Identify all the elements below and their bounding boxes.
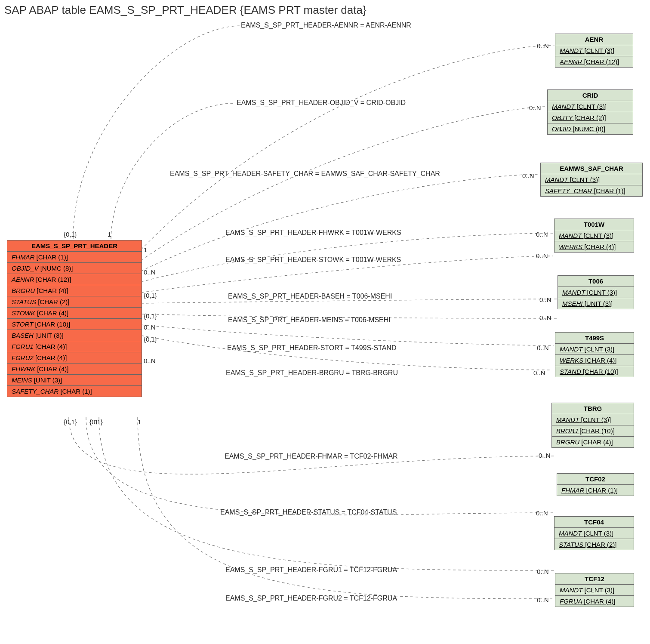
cardinality: {0,1} (64, 418, 77, 425)
relation-label: EAMS_S_SP_PRT_HEADER-SAFETY_CHAR = EAMWS… (170, 170, 440, 178)
cardinality: 0..N (537, 596, 549, 604)
table-field: STOWK [CHAR (4)] (7, 308, 142, 319)
relation-label: EAMS_S_SP_PRT_HEADER-FHMAR = TCF02-FHMAR (225, 453, 398, 460)
table-field: MEINS [UNIT (3)] (7, 375, 142, 386)
table-field: MANDT [CLNT (3)] (555, 528, 634, 539)
relation-label: EAMS_S_SP_PRT_HEADER-MEINS = T006-MSEHI (228, 316, 391, 324)
table-field: AENNR [CHAR (12)] (7, 274, 142, 285)
page-title: SAP ABAP table EAMS_S_SP_PRT_HEADER {EAM… (4, 3, 367, 17)
cardinality: 0..N (537, 344, 549, 351)
relation-label: EAMS_S_SP_PRT_HEADER-BASEH = T006-MSEHI (228, 293, 392, 300)
ref-table-header: T001W (555, 219, 634, 230)
ref-table-header: CRID (548, 90, 633, 101)
table-field: MANDT [CLNT (3)] (552, 414, 634, 425)
cardinality: {0,1} (144, 292, 157, 299)
main-table: EAMS_S_SP_PRT_HEADER FHMAR [CHAR (1)] OB… (7, 240, 142, 397)
table-field: OBJID [NUMC (8)] (548, 123, 633, 134)
cardinality: 0..N (539, 452, 551, 459)
cardinality: 0..N (144, 357, 156, 364)
ref-table-tbrg: TBRG MANDT [CLNT (3)] BROBJ [CHAR (10)] … (551, 403, 634, 448)
table-field: STATUS [CHAR (2)] (7, 296, 142, 308)
table-field: BRGRU [CHAR (4)] (552, 437, 634, 447)
cardinality: 0..N (536, 231, 548, 238)
relation-label: EAMS_S_SP_PRT_HEADER-AENNR = AENR-AENNR (241, 22, 411, 29)
cardinality: 0..N (144, 268, 156, 276)
table-field: FHMAR [CHAR (1)] (7, 252, 142, 263)
table-field: FGRUA [CHAR (4)] (555, 596, 634, 607)
table-field: WERKS [CHAR (4)] (555, 241, 634, 252)
ref-table-eamws-saf-char: EAMWS_SAF_CHAR MANDT [CLNT (3)] SAFETY_C… (540, 163, 643, 197)
table-field: BRGRU [CHAR (4)] (7, 285, 142, 296)
table-field: STAND [CHAR (10)] (555, 366, 634, 377)
relation-label: EAMS_S_SP_PRT_HEADER-STORT = T499S-STAND (227, 344, 396, 352)
cardinality: 0..N (144, 324, 156, 331)
relation-label: EAMS_S_SP_PRT_HEADER-STOWK = T001W-WERKS (225, 256, 401, 264)
ref-table-tcf12: TCF12 MANDT [CLNT (3)] FGRUA [CHAR (4)] (555, 573, 634, 607)
ref-table-t499s: T499S MANDT [CLNT (3)] WERKS [CHAR (4)] … (555, 332, 634, 377)
relation-label: EAMS_S_SP_PRT_HEADER-BRGRU = TBRG-BRGRU (226, 369, 398, 377)
relation-label: EAMS_S_SP_PRT_HEADER-FGRU1 = TCF12-FGRUA (225, 566, 397, 574)
table-field: SAFETY_CHAR [CHAR (1)] (541, 185, 642, 196)
cardinality: 0..N (539, 296, 551, 303)
ref-table-header: TBRG (552, 403, 634, 414)
table-field: SAFETY_CHAR [CHAR (1)] (7, 386, 142, 397)
table-field: MANDT [CLNT (3)] (558, 287, 634, 298)
ref-table-header: T006 (558, 276, 634, 287)
main-table-header: EAMS_S_SP_PRT_HEADER (7, 240, 142, 252)
table-field: BROBJ [CHAR (10)] (552, 425, 634, 437)
table-field: BASEH [UNIT (3)] (7, 330, 142, 341)
ref-table-header: TCF04 (555, 517, 634, 528)
relation-label: EAMS_S_SP_PRT_HEADER-OBJID_V = CRID-OBJI… (237, 99, 406, 107)
cardinality: 0..N (536, 252, 548, 259)
cardinality: 0..N (529, 104, 541, 111)
table-field: MANDT [CLNT (3)] (555, 230, 634, 241)
ref-table-header: TCF12 (555, 573, 634, 585)
table-field: MANDT [CLNT (3)] (555, 585, 634, 596)
cardinality: 1 (108, 231, 111, 238)
ref-table-tcf02: TCF02 FHMAR [CHAR (1)] (557, 473, 634, 496)
ref-table-t006: T006 MANDT [CLNT (3)] MSEHI [UNIT (3)] (558, 275, 634, 309)
cardinality: 0..N (539, 314, 551, 321)
table-field: MANDT [CLNT (3)] (548, 101, 633, 112)
relation-label: EAMS_S_SP_PRT_HEADER-FGRU2 = TCF12-FGRUA (225, 595, 397, 602)
table-field: AENNR [CHAR (12)] (555, 56, 633, 67)
cardinality: {0,1} (144, 312, 157, 320)
table-field: STATUS [CHAR (2)] (555, 539, 634, 550)
table-field: FGRU2 [CHAR (4)] (7, 352, 142, 364)
ref-table-crid: CRID MANDT [CLNT (3)] OBJTY [CHAR (2)] O… (547, 89, 633, 135)
cardinality: 0..N (536, 509, 548, 517)
cardinality: {0,1} (64, 231, 77, 238)
cardinality: {0,1} (144, 336, 157, 343)
relation-label: EAMS_S_SP_PRT_HEADER-FHWRK = T001W-WERKS (225, 229, 401, 237)
ref-table-aenr: AENR MANDT [CLNT (3)] AENNR [CHAR (12)] (555, 34, 633, 68)
table-field: FHWRK [CHAR (4)] (7, 364, 142, 375)
ref-table-header: AENR (555, 34, 633, 45)
relation-label: EAMS_S_SP_PRT_HEADER-STATUS = TCF04-STAT… (220, 508, 397, 516)
cardinality: 0..N (537, 42, 549, 49)
ref-table-header: T499S (555, 333, 634, 344)
ref-table-header: TCF02 (557, 474, 634, 485)
table-field: STORT [CHAR (10)] (7, 319, 142, 330)
ref-table-header: EAMWS_SAF_CHAR (541, 163, 642, 174)
table-field: OBJID_V [NUMC (8)] (7, 263, 142, 274)
cardinality: 1 (138, 418, 141, 425)
table-field: MANDT [CLNT (3)] (555, 45, 633, 56)
table-field: OBJTY [CHAR (2)] (548, 112, 633, 123)
table-field: FGRU1 [CHAR (4)] (7, 341, 142, 352)
ref-table-t001w: T001W MANDT [CLNT (3)] WERKS [CHAR (4)] (554, 219, 634, 253)
cardinality: 0..N (533, 369, 545, 376)
cardinality: 1 (144, 246, 147, 253)
table-field: MANDT [CLNT (3)] (541, 174, 642, 185)
cardinality: 0..N (537, 568, 549, 575)
table-field: MANDT [CLNT (3)] (555, 344, 634, 355)
table-field: MSEHI [UNIT (3)] (558, 298, 634, 309)
table-field: FHMAR [CHAR (1)] (557, 485, 634, 496)
ref-table-tcf04: TCF04 MANDT [CLNT (3)] STATUS [CHAR (2)] (554, 516, 634, 550)
cardinality: 0..N (522, 172, 534, 179)
cardinality: 1 (95, 418, 98, 425)
table-field: WERKS [CHAR (4)] (555, 355, 634, 366)
